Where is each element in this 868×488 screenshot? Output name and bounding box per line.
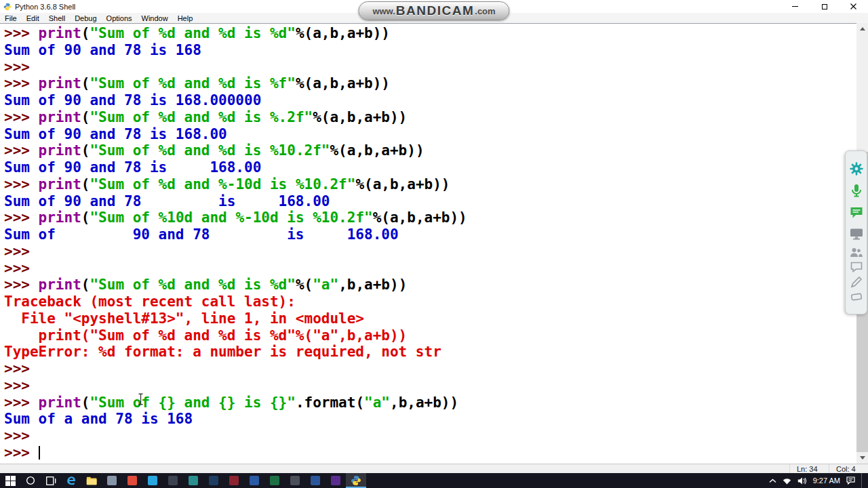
shell-text-segment: "Sum of %d and %-10d is %10.2f" xyxy=(90,176,355,192)
shell-text-segment: TypeError: %d format: a number is requir… xyxy=(4,344,441,360)
shell-text-segment: ( xyxy=(81,25,90,41)
shell-text-segment: ,b,a+b)) xyxy=(390,394,458,411)
menu-debug[interactable]: Debug xyxy=(70,14,101,22)
taskbar-app-app-gray[interactable] xyxy=(102,473,122,488)
task-view-button[interactable] xyxy=(41,473,61,488)
taskbar-app-app-green[interactable] xyxy=(264,473,285,488)
speech-bubble-icon[interactable] xyxy=(846,260,867,274)
minimize-button[interactable] xyxy=(781,0,810,13)
shell-text-segment: Sum of a and 78 is 168 xyxy=(4,411,193,427)
show-desktop-button[interactable] xyxy=(861,473,865,488)
gear-icon[interactable] xyxy=(846,158,867,180)
shell-text-segment: >>> xyxy=(4,75,39,92)
shell-text-segment: "Sum of %d and %d is %d" xyxy=(90,277,295,293)
taskbar-app-app-blue[interactable] xyxy=(244,473,264,488)
start-button[interactable] xyxy=(0,473,20,488)
shell-text-segment: "Sum of %d and %d is %d" xyxy=(90,25,295,41)
shell-text-segment: ( xyxy=(81,176,90,192)
shell-line: Sum of 90 and 78 is 168 xyxy=(4,42,856,59)
window-controls xyxy=(781,0,868,13)
search-button[interactable] xyxy=(20,473,41,488)
shell-text-segment: Sum of 90 and 78 is 168.000000 xyxy=(4,92,261,108)
close-button[interactable] xyxy=(839,0,868,13)
people-icon[interactable] xyxy=(846,245,867,260)
app-icon xyxy=(107,476,117,485)
taskbar-app-file-explorer[interactable] xyxy=(81,473,102,488)
taskbar-app-app-dark[interactable] xyxy=(163,473,183,488)
shell-output[interactable]: >>> print("Sum of %d and %d is %d"%(a,b,… xyxy=(0,23,856,464)
shell-text-segment: %(a,b,a+b)) xyxy=(355,176,450,192)
taskbar-app-app-skype[interactable] xyxy=(142,473,163,488)
scroll-up-icon xyxy=(860,27,865,30)
watermark-suffix: .com xyxy=(475,6,495,16)
menu-options[interactable]: Options xyxy=(102,14,137,22)
menu-help[interactable]: Help xyxy=(173,14,198,22)
taskbar-app-idle-python[interactable] xyxy=(346,473,366,488)
shell-text-segment: "a" xyxy=(313,277,338,293)
scroll-up-button[interactable] xyxy=(856,23,868,35)
chat-icon[interactable] xyxy=(846,201,867,223)
status-column-indicator: Col: 4 xyxy=(829,464,868,473)
shell-text-segment: %(a,b,a+b)) xyxy=(313,109,407,125)
maximize-button[interactable] xyxy=(810,0,839,13)
eraser-icon[interactable] xyxy=(846,289,867,304)
pencil-icon[interactable] xyxy=(846,274,867,289)
shell-line: >>> xyxy=(4,445,856,462)
app-icon xyxy=(250,476,259,485)
taskbar-app-app-maroon[interactable] xyxy=(224,473,244,488)
shell-text-segment: "Sum of {} and {} is {}" xyxy=(90,394,295,411)
shell-text-segment: "Sum of %d and %d is %10.2f" xyxy=(90,142,330,159)
taskbar-app-app-teal[interactable] xyxy=(183,473,203,488)
taskbar-app-app-red[interactable] xyxy=(122,473,142,488)
menu-file[interactable]: File xyxy=(0,14,22,22)
network-icon[interactable] xyxy=(783,477,791,485)
scroll-down-button[interactable] xyxy=(856,452,868,464)
taskbar-app-app-word[interactable] xyxy=(305,473,326,488)
taskbar-app-edge[interactable] xyxy=(61,473,81,488)
minimize-icon xyxy=(792,6,798,7)
action-center-icon[interactable] xyxy=(846,476,855,485)
clock[interactable]: 9:27 AM xyxy=(813,476,840,485)
app-icon xyxy=(168,476,178,485)
shell-text-segment: >>> xyxy=(4,361,39,377)
python-logo-icon xyxy=(3,3,12,11)
taskbar-app-app-slate[interactable] xyxy=(285,473,305,488)
app-icon xyxy=(148,476,157,485)
volume-icon[interactable] xyxy=(797,477,807,485)
app-icon xyxy=(331,476,340,485)
screen: Python 3.6.8 Shell FileEditShellDebugOpt… xyxy=(0,0,868,488)
shell-text-segment: print xyxy=(39,25,81,41)
shell-line: >>> xyxy=(4,59,856,76)
screen-share-icon[interactable] xyxy=(846,223,867,245)
shell-line: Sum of 90 and 78 is 168.00 xyxy=(4,193,856,210)
app-icon xyxy=(229,476,239,485)
status-bar: Ln: 34 Col: 4 xyxy=(0,464,868,473)
shell-text-segment: >>> xyxy=(4,176,39,192)
status-line-indicator: Ln: 34 xyxy=(789,464,829,473)
shell-text-segment: >>> xyxy=(4,209,39,226)
menu-window[interactable]: Window xyxy=(137,14,173,22)
chevron-up-icon[interactable] xyxy=(769,479,776,483)
shell-text-segment: >>> xyxy=(4,142,39,159)
shell-line: >>> xyxy=(4,243,856,260)
app-icon xyxy=(209,476,218,485)
shell-line: File "<pyshell#13>", line 1, in <module> xyxy=(4,310,856,327)
shell-text-segment: Sum of 90 and 78 is 168.00 xyxy=(4,226,399,243)
shell-line: Sum of a and 78 is 168 xyxy=(4,411,856,428)
menu-edit[interactable]: Edit xyxy=(22,14,44,22)
shell-text-segment: %(a,b,a+b)) xyxy=(330,142,424,159)
taskbar-app-app-navy[interactable] xyxy=(203,473,224,488)
shell-text-segment: print xyxy=(39,176,81,192)
shell-text-segment: >>> xyxy=(4,109,39,125)
shell-text-segment: Traceback (most recent call last): xyxy=(4,293,296,310)
shell-text-segment: print xyxy=(39,142,81,159)
taskbar-app-app-violet[interactable] xyxy=(326,473,346,488)
app-icon xyxy=(311,476,320,485)
mic-icon[interactable] xyxy=(846,180,867,201)
shell-text-segment: ( xyxy=(81,75,90,92)
app-icon xyxy=(270,476,279,485)
watermark-brand: BANDICAM xyxy=(396,3,474,18)
menu-shell[interactable]: Shell xyxy=(44,14,70,22)
shell-text-segment: print xyxy=(39,109,81,125)
close-icon xyxy=(850,3,856,9)
